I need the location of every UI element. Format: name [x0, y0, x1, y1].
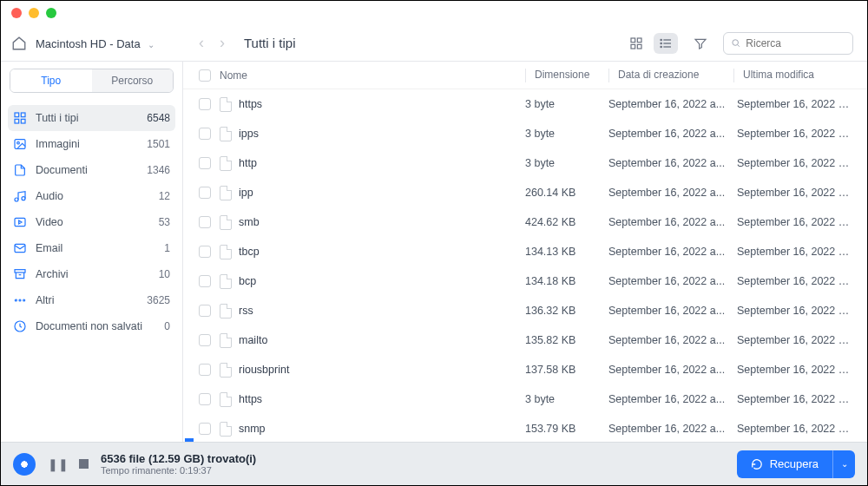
svg-rect-16: [15, 140, 25, 149]
file-name: ipp: [239, 187, 253, 199]
footer-bar: ❚❚ 6536 file (12.59 GB) trovato(i) Tempo…: [1, 442, 867, 485]
row-checkbox[interactable]: [199, 187, 211, 199]
file-name: bcp: [239, 275, 256, 287]
window-minimize-button[interactable]: [29, 8, 39, 18]
file-size: 424.62 KB: [525, 216, 608, 228]
file-icon: [220, 97, 232, 112]
refresh-icon: [751, 458, 763, 470]
sidebar-item-label: Video: [36, 216, 150, 228]
svg-point-26: [19, 299, 21, 301]
row-checkbox[interactable]: [199, 275, 211, 287]
sidebar-mode-segmented[interactable]: Tipo Percorso: [10, 69, 174, 93]
select-all-checkbox[interactable]: [199, 69, 211, 82]
recover-button[interactable]: Recupera: [737, 450, 832, 478]
search-input[interactable]: [746, 37, 845, 49]
segment-path[interactable]: Percorso: [92, 69, 174, 92]
table-row[interactable]: tbcp134.13 KBSeptember 16, 2022 a...Sept…: [183, 237, 867, 266]
col-size[interactable]: Dimensione: [525, 69, 608, 82]
row-checkbox[interactable]: [199, 393, 211, 405]
filter-button[interactable]: [690, 33, 711, 54]
window-maximize-button[interactable]: [46, 8, 56, 18]
header-bar: Macintosh HD - Data ⌄ ‹ › Tutti i tipi: [1, 25, 867, 62]
sidebar-item-count: 1346: [147, 164, 170, 176]
sidebar-item-mail[interactable]: Email1: [1, 235, 182, 261]
recover-dropdown-button[interactable]: ⌄: [832, 450, 855, 478]
col-created[interactable]: Data di creazione: [608, 69, 733, 82]
window-titlebar: [1, 1, 867, 25]
sidebar-item-label: Email: [36, 242, 155, 254]
sidebar-item-other[interactable]: Altri3625: [1, 287, 182, 313]
file-size: 134.18 KB: [525, 275, 608, 287]
sidebar-item-unsaved[interactable]: Documenti non salvati0: [1, 313, 182, 339]
col-modified[interactable]: Ultima modifica: [733, 69, 852, 82]
search-icon: [731, 37, 740, 49]
row-checkbox[interactable]: [199, 128, 211, 140]
table-row[interactable]: riousbprint137.58 KBSeptember 16, 2022 a…: [183, 355, 867, 384]
table-row[interactable]: bcp134.18 KBSeptember 16, 2022 a...Septe…: [183, 266, 867, 296]
table-row[interactable]: ipp260.14 KBSeptember 16, 2022 a...Septe…: [183, 178, 867, 207]
svg-rect-14: [15, 119, 19, 123]
file-modified: September 16, 2022 a...: [733, 98, 852, 110]
file-modified: September 16, 2022 a...: [733, 334, 852, 346]
table-row[interactable]: smb424.62 KBSeptember 16, 2022 a...Septe…: [183, 207, 867, 237]
col-name[interactable]: Nome: [220, 69, 525, 82]
segment-type[interactable]: Tipo: [10, 69, 92, 92]
home-icon[interactable]: [11, 36, 27, 51]
file-name: https: [239, 98, 262, 110]
row-checkbox[interactable]: [199, 423, 211, 435]
file-icon: [220, 422, 232, 437]
table-row[interactable]: http3 byteSeptember 16, 2022 a...Septemb…: [183, 148, 867, 178]
row-checkbox[interactable]: [199, 98, 211, 110]
table-row[interactable]: rss136.32 KBSeptember 16, 2022 a...Septe…: [183, 296, 867, 325]
table-row[interactable]: https3 byteSeptember 16, 2022 a...Septem…: [183, 384, 867, 414]
sidebar-item-label: Documenti non salvati: [36, 320, 155, 332]
file-modified: September 16, 2022 a...: [733, 246, 852, 258]
file-created: September 16, 2022 a...: [608, 423, 733, 435]
file-name: https: [239, 393, 262, 405]
row-checkbox[interactable]: [199, 305, 211, 317]
pause-scan-button[interactable]: ❚❚: [48, 457, 69, 471]
window-close-button[interactable]: [11, 8, 22, 18]
svg-rect-23: [15, 270, 25, 273]
file-created: September 16, 2022 a...: [608, 216, 733, 228]
row-checkbox[interactable]: [199, 216, 211, 228]
sidebar-item-image[interactable]: Immagini1501: [1, 131, 182, 157]
file-name: ipps: [239, 128, 259, 140]
svg-point-19: [22, 197, 25, 200]
file-name: tbcp: [239, 246, 260, 258]
table-row[interactable]: ipps3 byteSeptember 16, 2022 a...Septemb…: [183, 119, 867, 148]
volume-selector[interactable]: Macintosh HD - Data ⌄: [36, 36, 155, 51]
svg-marker-21: [19, 220, 22, 224]
row-checkbox[interactable]: [199, 157, 211, 169]
sidebar-item-archive[interactable]: Archivi10: [1, 261, 182, 287]
table-row[interactable]: mailto135.82 KBSeptember 16, 2022 a...Se…: [183, 325, 867, 355]
file-modified: September 16, 2022 a...: [733, 216, 852, 228]
file-name: rss: [239, 305, 253, 317]
svg-point-25: [15, 299, 16, 301]
file-icon: [220, 156, 232, 171]
nav-forward-button[interactable]: ›: [220, 34, 225, 52]
table-header: Nome Dimensione Data di creazione Ultima…: [183, 62, 867, 89]
file-modified: September 16, 2022 a...: [733, 157, 852, 169]
table-row[interactable]: https3 byteSeptember 16, 2022 a...Septem…: [183, 89, 867, 119]
sidebar-item-label: Archivi: [36, 268, 150, 280]
sidebar-item-video[interactable]: Video53: [1, 209, 182, 235]
svg-line-11: [738, 45, 740, 47]
view-grid-button[interactable]: [624, 33, 648, 54]
row-checkbox[interactable]: [199, 334, 211, 346]
recover-button-label: Recupera: [770, 457, 819, 470]
stop-scan-button[interactable]: [79, 459, 89, 469]
table-row[interactable]: snmp153.79 KBSeptember 16, 2022 a...Sept…: [183, 414, 867, 442]
row-checkbox[interactable]: [199, 246, 211, 258]
row-checkbox[interactable]: [199, 364, 211, 376]
sidebar-item-grid[interactable]: Tutti i tipi6548: [8, 105, 175, 131]
search-input-wrapper[interactable]: [723, 32, 853, 55]
sidebar-item-audio[interactable]: Audio12: [1, 183, 182, 209]
sidebar-item-label: Audio: [36, 190, 150, 202]
nav-back-button[interactable]: ‹: [199, 34, 204, 52]
sidebar-item-doc[interactable]: Documenti1346: [1, 157, 182, 183]
svg-point-10: [733, 40, 739, 46]
file-name: http: [239, 157, 257, 169]
file-created: September 16, 2022 a...: [608, 246, 733, 258]
view-list-button[interactable]: [654, 33, 678, 54]
